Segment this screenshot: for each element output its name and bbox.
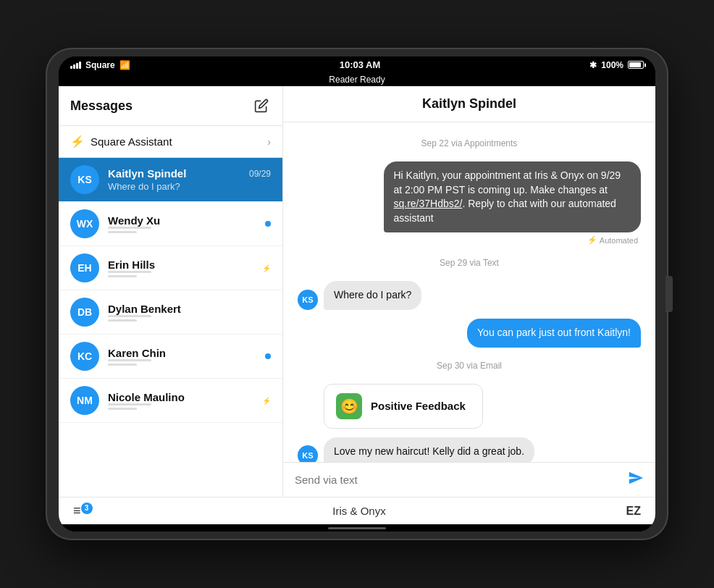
bluetooth-icon: ✱: [589, 60, 597, 70]
chat-input-area: [283, 462, 655, 497]
signal-bar-1: [70, 66, 72, 69]
contact-meta-erin: ⚡: [262, 264, 271, 272]
reader-bar: Reader Ready: [59, 73, 655, 86]
contact-name-dylan: Dylan Benkert: [108, 303, 181, 315]
chat-input-field[interactable]: [295, 474, 621, 486]
contact-name-erin: Erin Hills: [108, 259, 155, 271]
preview-line: [108, 359, 151, 361]
contact-name-row-wendy: Wendy Xu: [108, 214, 256, 227]
preview-line: [108, 227, 151, 229]
contact-name-wendy: Wendy Xu: [108, 214, 160, 227]
business-name: Iris & Onyx: [332, 505, 385, 517]
avatar-ks: KS: [70, 165, 99, 194]
square-assistant-left: ⚡ Square Assistant: [70, 135, 172, 148]
sidebar-title: Messages: [70, 98, 133, 114]
battery-icon: [628, 61, 644, 69]
contact-item-wendy[interactable]: WX Wendy Xu: [59, 202, 282, 246]
preview-lines-erin: [108, 271, 253, 277]
feedback-emoji-icon: 😊: [336, 393, 362, 419]
bottom-bar: ≡ 3 Iris & Onyx EZ: [59, 497, 655, 524]
preview-line: [108, 319, 137, 322]
send-button[interactable]: [628, 470, 644, 490]
preview-line: [108, 275, 137, 277]
preview-lines-karen: [108, 359, 256, 366]
battery-percent: 100%: [601, 60, 623, 70]
unread-dot-badge: [265, 221, 271, 227]
preview-line: [108, 403, 151, 406]
battery-fill: [629, 62, 641, 67]
signal-bar-2: [73, 64, 75, 69]
signal-bars-icon: [70, 62, 81, 69]
message-timestamp-sep29: Sep 29 via Text: [298, 258, 641, 268]
messages-container[interactable]: Sep 22 via Appointments Hi Kaitlyn, your…: [283, 122, 655, 462]
automated-label: ⚡ Square Assistant Automated: [298, 235, 638, 245]
status-bar-left: Square 📶: [70, 60, 130, 70]
carrier-label: Square: [85, 60, 115, 70]
message-row-haircut: KS Love my new haircut! Kelly did a grea…: [298, 437, 641, 462]
square-assistant-item[interactable]: ⚡ Square Assistant ›: [59, 126, 282, 158]
contact-info-wendy: Wendy Xu: [108, 214, 256, 233]
preview-line: [108, 231, 137, 233]
preview-lines-nicole: [108, 403, 253, 410]
status-bar-right: ✱ 100%: [589, 60, 644, 70]
square-assistant-label: Square Assistant: [91, 135, 172, 148]
preview-line: [108, 364, 137, 366]
sidebar: Messages ⚡ Square Assistant ›: [59, 86, 283, 497]
contact-info-kaitlyn: Kaitlyn Spindel 09/29 Where do I park?: [108, 167, 271, 192]
contact-name-row: Kaitlyn Spindel 09/29: [108, 167, 271, 180]
message-bubble-park-answer: You can park just out front Kaitlyn!: [467, 319, 641, 348]
message-timestamp-sep30: Sep 30 via Email: [298, 361, 641, 371]
contact-meta-nicole: ⚡: [262, 397, 271, 405]
home-indicator: [59, 524, 655, 532]
contact-name-kaitlyn: Kaitlyn Spindel: [108, 167, 186, 180]
contact-name-karen: Karen Chin: [108, 347, 166, 359]
contact-info-erin: Erin Hills: [108, 259, 253, 277]
chat-contact-name: Kaitlyn Spindel: [422, 96, 516, 111]
contact-item-kaitlyn[interactable]: KS Kaitlyn Spindel 09/29 Where do I park…: [59, 158, 282, 202]
lightning-icon: ⚡: [70, 135, 85, 148]
side-button[interactable]: [665, 276, 673, 312]
contact-meta-karen: [265, 353, 271, 359]
lightning-badge-icon: ⚡: [262, 397, 271, 405]
preview-line: [108, 315, 151, 317]
contact-name-nicole: Nicole Maulino: [108, 391, 185, 403]
avatar-db: DB: [70, 298, 99, 327]
preview-lines-dylan: [108, 315, 271, 322]
contact-item-nicole[interactable]: NM Nicole Maulino ⚡: [59, 379, 282, 423]
status-bar: Square 📶 10:03 AM ✱ 100%: [59, 56, 655, 73]
contact-item-dylan[interactable]: DB Dylan Benkert: [59, 290, 282, 335]
tablet-frame: Square 📶 10:03 AM ✱ 100% Reader Ready Me…: [46, 48, 668, 540]
contact-item-erin[interactable]: EH Erin Hills ⚡: [59, 246, 282, 290]
bottom-bar-left[interactable]: ≡ 3: [73, 503, 93, 518]
chat-area: Kaitlyn Spindel Sep 22 via Appointments …: [283, 86, 655, 497]
contact-name-row-erin: Erin Hills: [108, 259, 253, 271]
contact-list: KS Kaitlyn Spindel 09/29 Where do I park…: [59, 158, 282, 497]
feedback-card[interactable]: 😊 Positive Feedback: [324, 384, 483, 429]
automated-text-static: Automated: [600, 236, 638, 245]
avatar-wx: WX: [70, 209, 99, 238]
message-row-automated: Hi Kaitlyn, your appointment at Iris & O…: [298, 161, 641, 232]
preview-line: [108, 408, 137, 410]
signal-bar-3: [76, 63, 78, 69]
wifi-icon: 📶: [119, 60, 130, 70]
signal-bar-4: [79, 62, 81, 69]
preview-line: [108, 271, 151, 273]
contact-info-karen: Karen Chin: [108, 347, 256, 366]
app-content: Messages ⚡ Square Assistant ›: [59, 86, 655, 497]
message-bubble-park-question: Where do I park?: [324, 281, 421, 310]
home-bar: [328, 527, 386, 529]
menu-icon[interactable]: ≡: [73, 503, 81, 518]
message-bubble-haircut: Love my new haircut! Kelly did a great j…: [324, 437, 534, 462]
message-avatar-ks-2: KS: [298, 445, 318, 462]
chat-header: Kaitlyn Spindel: [283, 86, 655, 122]
contact-date-kaitlyn: 09/29: [249, 169, 271, 179]
lightning-automated-icon: ⚡: [587, 235, 597, 245]
unread-dot-badge: [265, 353, 271, 359]
contact-item-karen[interactable]: KC Karen Chin: [59, 335, 282, 379]
compose-button[interactable]: [252, 96, 271, 115]
reader-ready-label: Reader Ready: [329, 75, 385, 85]
avatar-eh: EH: [70, 253, 99, 282]
user-initials[interactable]: EZ: [626, 505, 641, 518]
appointment-link[interactable]: sq.re/37Hdbs2/: [394, 198, 463, 209]
contact-name-row-nicole: Nicole Maulino: [108, 391, 253, 403]
